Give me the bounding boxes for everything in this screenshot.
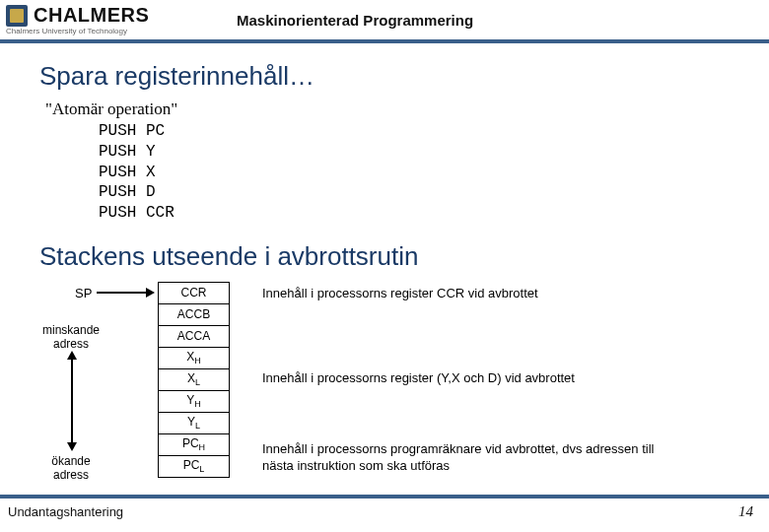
address-direction-arrow-icon (67, 353, 77, 449)
desc-pc: Innehåll i processorns programräknare vi… (262, 441, 686, 475)
sp-arrow-head-icon (146, 288, 155, 298)
stack-cell: CCR (159, 282, 230, 303)
atomic-operation-label: "Atomär operation" (45, 100, 739, 119)
arrow-down-icon (67, 442, 77, 451)
table-row: XH (159, 347, 230, 368)
push-line: PUSH D (99, 182, 739, 203)
section-title-2: Stackens utseende i avbrottsrutin (39, 241, 739, 272)
footer-topic: Undantagshantering (8, 504, 123, 519)
section-title-1: Spara registerinnehåll… (39, 61, 739, 92)
stack-cell: XH (159, 347, 230, 368)
stack-cell: PCL (159, 455, 230, 477)
cell-main: PC (183, 458, 200, 472)
push-line: PUSH Y (99, 142, 739, 163)
logo-text: CHALMERS (34, 4, 149, 27)
cell-sub: L (199, 465, 204, 475)
stack-cell: YL (159, 412, 230, 433)
slide-header: CHALMERS Chalmers University of Technolo… (0, 0, 769, 43)
stack-table: CCR ACCB ACCA XH XL YH YL PCH PCL (158, 282, 230, 478)
push-line: PUSH PC (99, 121, 739, 142)
slide-root: CHALMERS Chalmers University of Technolo… (0, 0, 769, 532)
cell-main: PC (182, 436, 199, 450)
arrow-up-icon (67, 351, 77, 360)
push-line: PUSH X (99, 163, 739, 183)
sp-label: SP (75, 286, 92, 300)
cell-sub: H (194, 357, 201, 366)
slide-footer: Undantagshantering 14 (0, 495, 769, 524)
cell-main: Y (187, 415, 195, 429)
oka-line2: adress (53, 468, 89, 482)
cell-sub: H (199, 443, 206, 453)
logo-subtitle: Chalmers University of Technology (6, 27, 227, 35)
stack-cell: YH (159, 390, 230, 412)
desc-ccr: Innehåll i processorns register CCR vid … (262, 286, 538, 302)
chalmers-crest-icon (6, 5, 28, 27)
table-row: PCH (159, 433, 230, 455)
logo-box: CHALMERS Chalmers University of Technolo… (0, 0, 227, 41)
minsk-line1: minskande (42, 323, 100, 337)
cell-sub: H (194, 400, 201, 410)
table-row: ACCA (159, 325, 230, 347)
page-number: 14 (738, 503, 753, 520)
desc-yxd: Innehåll i processorns register (Y,X och… (262, 370, 575, 387)
stack-cell: ACCB (159, 303, 230, 325)
header-course-title: Maskinorienterad Programmering (227, 12, 769, 29)
cell-main: X (187, 371, 195, 385)
increasing-address-label: ökande adress (39, 454, 103, 483)
table-row: PCL (159, 455, 230, 477)
minsk-line2: adress (53, 337, 89, 351)
slide-body: Spara registerinnehåll… "Atomär operatio… (0, 43, 769, 508)
stack-cell: ACCA (159, 325, 230, 347)
table-row: XL (159, 368, 230, 390)
push-line: PUSH CCR (99, 203, 739, 224)
logo-top: CHALMERS (6, 4, 227, 27)
push-instruction-list: PUSH PC PUSH Y PUSH X PUSH D PUSH CCR (99, 121, 739, 224)
stack-cell: XL (159, 368, 230, 390)
stack-diagram: SP minskande adress ökande adress CCR AC… (39, 282, 739, 508)
table-row: ACCB (159, 303, 230, 325)
decreasing-address-label: minskande adress (39, 323, 103, 352)
cell-sub: L (195, 378, 200, 388)
oka-line1: ökande (51, 454, 90, 468)
table-row: YH (159, 390, 230, 412)
table-row: CCR (159, 282, 230, 303)
cell-sub: L (195, 422, 200, 432)
stack-cell: PCH (159, 433, 230, 455)
table-row: YL (159, 412, 230, 433)
